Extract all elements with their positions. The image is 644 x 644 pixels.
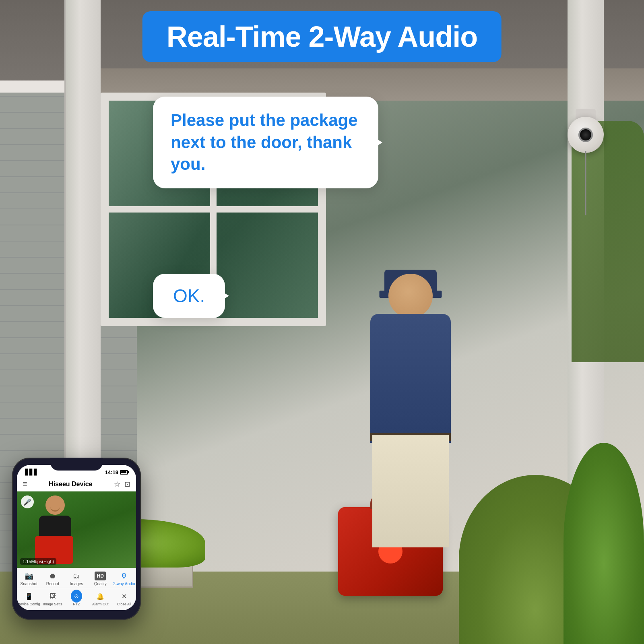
images-label: Images <box>70 582 83 586</box>
toolbar-snapshot[interactable]: 📷 Snapshot <box>17 572 41 586</box>
quality-icon: HD <box>95 572 106 580</box>
images-icon: 🗂 <box>71 572 82 580</box>
device-config-icon: 📱 <box>23 591 35 601</box>
video-mic-icon[interactable]: 🎤 <box>21 495 34 508</box>
phone-mockup: ▋▋▋ 14:19 ≡ Hiseeu Device ☆ ⊡ <box>12 458 141 620</box>
phone-screen: ▋▋▋ 14:19 ≡ Hiseeu Device ☆ ⊡ <box>17 465 136 610</box>
audio-label: 2-way Audio <box>113 582 135 586</box>
speech-bubble-homeowner: Please put the package next to the door,… <box>153 97 378 188</box>
delivery-person <box>346 274 475 580</box>
battery-icon <box>120 470 128 475</box>
header-action-icons: ☆ ⊡ <box>114 480 130 489</box>
close-label: Close All <box>117 602 131 606</box>
toolbar2-close[interactable]: ✕ Close All <box>112 591 136 606</box>
page-title: Real-Time 2-Way Audio <box>167 20 477 53</box>
speech-text-2: OK. <box>173 285 205 307</box>
record-icon: ⏺ <box>47 572 58 580</box>
phone-frame: ▋▋▋ 14:19 ≡ Hiseeu Device ☆ ⊡ <box>12 458 141 620</box>
phone-signal: ▋▋▋ <box>25 469 38 475</box>
image-settings-label: Image Setts <box>43 602 62 606</box>
battery-fill <box>121 471 126 473</box>
toolbar-audio[interactable]: 🎙 2-way Audio <box>112 572 136 586</box>
image-settings-icon: 🖼 <box>47 591 58 601</box>
snapshot-icon: 📷 <box>23 572 35 580</box>
phone-notch <box>50 458 103 471</box>
app-device-name: Hiseeu Device <box>31 481 110 488</box>
toolbar2-ptz[interactable]: ⊙ PTZ <box>64 591 88 606</box>
tree-background <box>572 121 644 362</box>
record-label: Record <box>46 582 59 586</box>
snapshot-label: Snapshot <box>20 582 37 586</box>
toolbar2-image-settings[interactable]: 🖼 Image Setts <box>41 591 64 606</box>
phone-toolbar-2: 📱 Device Config 🖼 Image Setts ⊙ PTZ 🔔 Al… <box>17 588 136 610</box>
ptz-icon-wrapper: ⊙ <box>71 591 82 601</box>
figure-body <box>39 516 71 560</box>
alarm-label: Alarm Out <box>92 602 109 606</box>
app-header: ≡ Hiseeu Device ☆ ⊡ <box>17 477 136 491</box>
figure-head <box>45 495 65 515</box>
bush-right-2 <box>564 443 644 644</box>
camera-feed: 🎤 1.15Mbps(High) <box>17 491 136 568</box>
phone-time: 14:19 <box>105 469 118 475</box>
phone-toolbar-1: 📷 Snapshot ⏺ Record 🗂 Images HD Quality … <box>17 568 136 588</box>
speech-text-1: Please put the package next to the door,… <box>171 109 361 175</box>
toolbar-record[interactable]: ⏺ Record <box>41 572 64 586</box>
toolbar-images[interactable]: 🗂 Images <box>64 572 88 586</box>
toolbar2-device-config[interactable]: 📱 Device Config <box>17 591 41 606</box>
phone-status-right: 14:19 <box>105 469 128 475</box>
video-bitrate: 1.15Mbps(High) <box>20 558 56 565</box>
figure-face <box>50 507 60 512</box>
ptz-label: PTZ <box>73 602 80 606</box>
toolbar2-alarm[interactable]: 🔔 Alarm Out <box>89 591 112 606</box>
person-head <box>388 274 433 318</box>
title-banner: Real-Time 2-Way Audio <box>142 11 502 62</box>
person-pants <box>372 435 449 547</box>
ptz-circle-icon: ⊙ <box>71 590 82 603</box>
speech-bubble-delivery: OK. <box>153 274 225 318</box>
person-body <box>370 314 451 443</box>
toolbar-quality[interactable]: HD Quality <box>89 572 112 586</box>
cast-icon[interactable]: ⊡ <box>124 480 130 489</box>
camera-body <box>568 117 604 153</box>
star-icon[interactable]: ☆ <box>114 480 120 489</box>
security-camera-mount <box>568 117 604 153</box>
close-icon: ✕ <box>118 591 130 601</box>
menu-icon[interactable]: ≡ <box>23 479 27 489</box>
video-person-figure <box>29 495 81 568</box>
camera-lens <box>578 128 593 142</box>
audio-icon: 🎙 <box>118 572 130 580</box>
camera-wire <box>585 151 586 215</box>
device-config-label: Device Config <box>18 602 40 606</box>
quality-label: Quality <box>94 582 107 586</box>
alarm-icon: 🔔 <box>95 591 106 601</box>
